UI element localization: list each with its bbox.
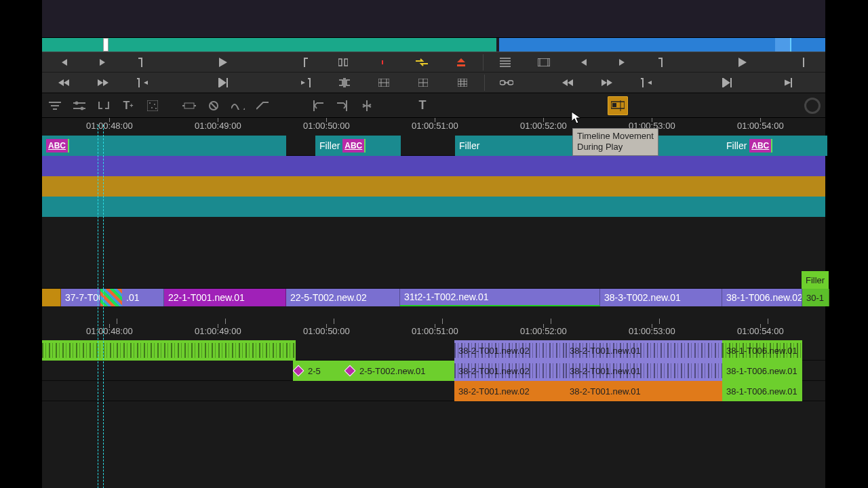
audio-track-2[interactable]: 2-5 2-5-T002.new.01 38-2-T001.new.02 38-… [42,361,825,381]
out-to-in-button[interactable] [123,75,161,91]
audio-clip[interactable]: 2-5-T002.new.01 [344,361,454,381]
caption-clip[interactable]: Filler [455,136,577,156]
step-back-b-button[interactable] [564,54,602,70]
mark-out-button[interactable] [123,54,161,70]
record-marker-button[interactable] [363,54,401,70]
overlay-track-3[interactable] [42,197,825,217]
timeline-ruler-mid[interactable]: 01:00:48:00 01:00:49:00 01:00:50:00 01:0… [42,324,825,340]
clip-label: 22-5-T002.new.02 [290,292,367,303]
ramp-icon[interactable] [252,96,273,115]
trim-icon[interactable] [179,96,199,115]
align-center-icon[interactable] [357,96,377,115]
goto-in-button[interactable] [286,75,324,91]
audio-clip[interactable]: 38-2-T001.new.01 [566,361,722,381]
caption-clip[interactable]: Filler ABC [722,136,827,156]
rew-b-button[interactable] [549,75,587,91]
overlay-track-2[interactable] [42,176,825,197]
timeline-ruler-top[interactable]: 01:00:48:00 01:00:49:00 01:00:50:00 01:0… [42,118,825,136]
audio-clip[interactable] [42,340,296,361]
clip-view-button[interactable] [365,75,403,91]
play-button[interactable] [204,54,242,70]
audio-track-1[interactable]: 38-2-T001.new.02 38-2-T001.new.01 38-1-T… [42,340,825,361]
audio-clip[interactable]: 38-2-T001.new.02 [454,340,566,361]
waveform-icon [42,343,296,358]
video-clip[interactable] [42,289,61,306]
clip-label: 2-5-T002.new.01 [349,366,426,376]
video-track-1[interactable]: 37-7-T00 .01 22-1-T001.new.01 22-5-T002.… [42,289,825,324]
filter-icon[interactable] [45,96,65,115]
center-split-button[interactable] [326,75,363,91]
ffwd-button[interactable] [84,75,122,91]
align-left-icon[interactable] [308,96,328,115]
audio-clip[interactable]: 38-2-T001.new.01 [566,381,722,401]
eject-red-button[interactable] [442,54,480,70]
caption-clip[interactable]: Filler ABC [315,136,401,156]
overlay-track-1[interactable] [42,156,825,176]
ffwd-b-button[interactable] [588,75,626,91]
overlay-clip[interactable] [42,197,825,217]
settings-sliders-icon[interactable] [69,96,90,115]
title-tool-icon[interactable]: T [412,96,433,115]
mark-out-b-button[interactable] [643,54,681,70]
step-back-button[interactable] [45,54,83,70]
disable-icon[interactable] [203,96,224,115]
goto-mark-b-button[interactable] [770,75,808,91]
list-view-button[interactable] [486,54,524,70]
wave-icon[interactable] [228,96,248,115]
text-tool-icon[interactable]: T+ [118,96,138,115]
video-clip[interactable]: 38-3-T002.new.01 [600,289,722,306]
separator [484,75,485,91]
mark-b-button[interactable] [785,54,823,70]
split-button[interactable] [325,54,363,70]
navigator-in-marker[interactable] [103,38,108,52]
audio-clip[interactable]: 38-2-T001.new.01 [566,340,722,361]
navigator-source[interactable] [42,38,496,52]
swap-yellow-button[interactable] [403,54,441,70]
snap-icon[interactable] [94,96,114,115]
navigator-zoom-region[interactable] [775,38,790,52]
audio-clip[interactable]: 38-2-T001.new.02 [454,381,566,401]
caption-track[interactable]: ABC Filler ABC Filler ABC Filler ABC [42,136,825,156]
video-clip[interactable]: Filler [802,271,829,289]
ruler-tick: 01:00:48:00 [86,326,133,336]
audio-clip[interactable]: 38-2-T001.new.02 [454,361,566,381]
mark-in-button[interactable] [285,54,323,70]
clip-label: 38-2-T001.new.02 [458,366,530,376]
step-fwd-button[interactable] [84,54,122,70]
transition-icon[interactable] [100,289,122,306]
grain-icon[interactable] [142,96,163,115]
video-clip[interactable]: 22-1-T001.new.01 [164,289,286,306]
out-to-in-b-button[interactable] [627,75,665,91]
caption-clip[interactable]: ABC [42,136,286,156]
rew-button[interactable] [45,75,83,91]
video-clip[interactable]: 31t2-1-T002.new.01 [400,289,600,306]
play-to-out-b-button[interactable] [709,75,747,91]
video-clip[interactable]: 30-1 [802,289,829,306]
overlay-clip[interactable] [42,176,825,197]
align-right-icon[interactable] [332,96,353,115]
overlay-clip[interactable] [42,156,825,176]
frame-view-button[interactable] [526,54,564,70]
audio-track-3[interactable]: 38-2-T001.new.02 38-2-T001.new.01 38-1-T… [42,381,825,401]
grid4-button[interactable] [404,75,442,91]
link-button[interactable] [488,75,526,91]
grid9-button[interactable] [443,75,481,91]
ruler-tick: 01:00:51:00 [412,121,458,131]
timeline-toolbar: T+ T [42,94,825,118]
video-clip[interactable]: 37-7-T00 [61,289,100,306]
video-clip[interactable]: 22-5-T002.new.02 [286,289,400,306]
audio-clip[interactable]: 38-1-T006.new.01 [722,381,802,401]
video-track-2[interactable]: Filler [42,271,825,289]
navigator-record[interactable] [499,38,825,52]
step-fwd-b-button[interactable] [604,54,642,70]
audio-clip[interactable]: 2-5 [293,361,344,381]
record-circle-icon[interactable] [802,96,823,115]
audio-clip[interactable]: 38-1-T006.new.01 [722,340,802,361]
audio-clip[interactable]: 38-1-T006.new.01 [722,361,802,381]
video-clip[interactable]: 38-1-T006.new.02 [722,289,802,306]
navigator-bar[interactable] [42,38,825,52]
video-clip[interactable]: .01 [122,289,164,306]
timeline-movement-toggle[interactable] [608,96,628,115]
play-inout-button[interactable] [205,75,243,91]
play-b-button[interactable] [724,54,762,70]
